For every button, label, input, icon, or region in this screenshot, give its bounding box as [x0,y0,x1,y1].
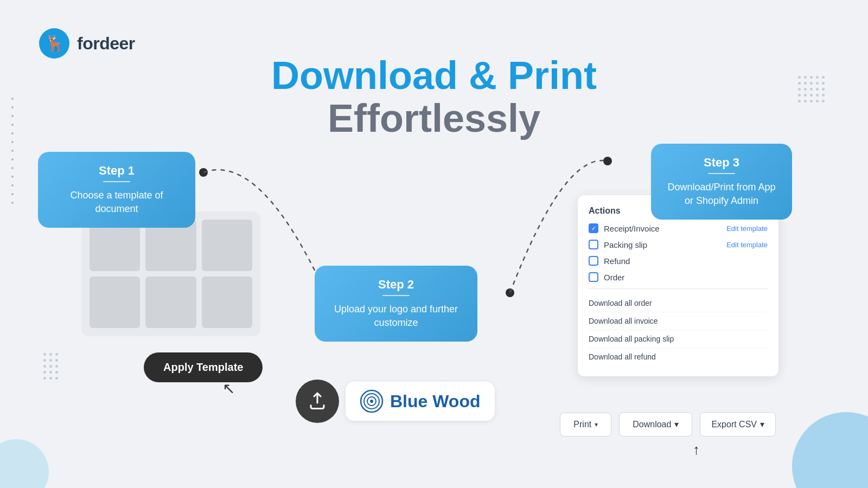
template-cell [145,277,196,328]
step1-divider [103,181,130,182]
download-button[interactable]: Download ▾ [619,412,692,436]
export-chevron: ▾ [760,419,764,429]
export-csv-button[interactable]: Export CSV ▾ [700,412,776,436]
step3-block: Step 3 Download/Print from App or Shopif… [651,144,797,220]
decorative-circle-bl [0,439,49,488]
apply-template-button[interactable]: Apply Template [144,352,263,382]
download-all-refund[interactable]: Download all refund [589,348,768,365]
action-row-receipt: Receipt/Invoice Edit template [589,223,768,233]
print-chevron: ▾ [595,421,598,428]
step2-block: Step 2 Upload your logo and further cust… [304,266,488,342]
decorative-dots-bl [43,353,58,380]
step3-bubble: Step 3 Download/Print from App or Shopif… [651,144,792,220]
step3-number: Step 3 [664,156,779,170]
download-all-packing[interactable]: Download all packing slip [589,330,768,348]
step1-desc: Choose a template of document [53,189,180,216]
decorative-circle-br [792,412,868,488]
svg-point-3 [603,157,612,165]
step2-desc: Upload your logo and further customize [330,303,462,330]
checkbox-receipt[interactable] [589,223,598,233]
step2-bubble: Step 2 Upload your logo and further cust… [315,266,477,342]
step1-number: Step 1 [53,164,180,178]
checkbox-refund[interactable] [589,256,598,266]
step2-divider [382,295,410,296]
title-line1: Download & Print [0,54,868,97]
main-title-block: Download & Print Effortlessly [0,54,868,140]
cursor-icon: ↖ [222,380,235,397]
step2-number: Step 2 [330,278,462,292]
divider [589,288,768,289]
actions-panel: Actions Receipt/Invoice Edit template Pa… [578,195,778,376]
order-label: Order [604,273,624,282]
step3-divider [708,173,735,174]
step1-bubble: Step 1 Choose a template of document [38,152,195,228]
packing-label: Packing slip [604,240,647,249]
print-button[interactable]: Print ▾ [560,413,611,436]
action-row-order: Order [589,272,768,282]
download-chevron: ▾ [674,419,679,429]
title-line2: Effortlessly [0,97,868,140]
brand-pill: Blue Wood [346,382,495,421]
action-row-refund: Refund [589,256,768,266]
brand-name: fordeer [77,34,135,54]
download-all-order[interactable]: Download all order [589,294,768,312]
receipt-label: Receipt/Invoice [604,224,660,233]
brand-logo-svg [360,389,384,413]
brand-pill-name: Blue Wood [390,391,481,412]
edit-receipt-link[interactable]: Edit template [726,224,768,233]
upload-icon-circle [296,380,339,423]
svg-point-9 [370,400,373,403]
step1-block: Step 1 Choose a template of document [38,152,222,228]
template-cell [90,277,140,328]
template-cell [202,277,252,328]
template-cell [202,220,252,271]
refund-label: Refund [604,256,630,266]
svg-point-2 [506,288,514,297]
edit-packing-link[interactable]: Edit template [726,241,768,249]
checkbox-packing[interactable] [589,240,598,249]
step3-desc: Download/Print from App or Shopify Admin [664,181,779,208]
cursor-download-icon: ↑ [693,441,700,458]
download-all-invoice[interactable]: Download all invoice [589,312,768,330]
action-row-packing: Packing slip Edit template [589,240,768,249]
checkbox-order[interactable] [589,272,598,282]
logo-row: Blue Wood [296,380,495,423]
bottom-buttons: Print ▾ Download ▾ Export CSV ▾ [560,412,776,436]
template-grid [81,211,260,336]
svg-text:🦌: 🦌 [44,34,65,53]
